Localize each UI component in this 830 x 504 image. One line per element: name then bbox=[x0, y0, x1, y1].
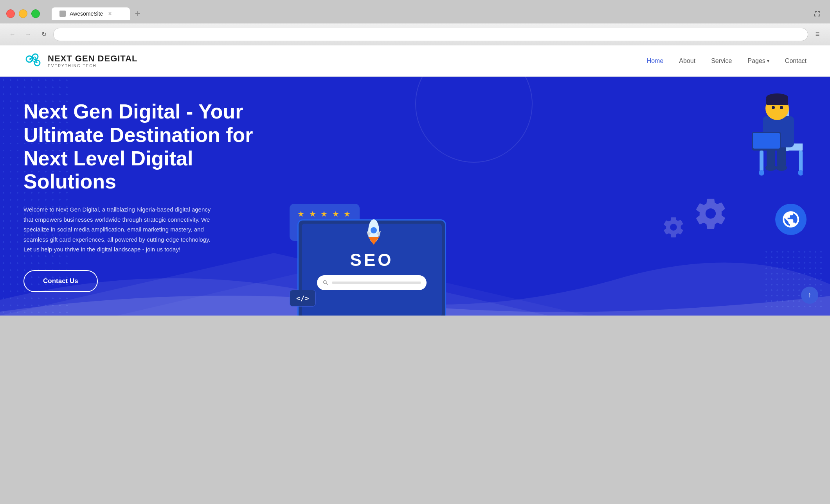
svg-rect-15 bbox=[760, 151, 763, 172]
minimize-button[interactable] bbox=[19, 9, 27, 18]
svg-point-9 bbox=[371, 227, 377, 233]
logo-tagline: EVERYTHING TECH bbox=[48, 64, 138, 68]
hero-description: Welcome to Next Gen Digital, a trailblaz… bbox=[23, 204, 219, 255]
site-navigation: NEXT GEN DEGITAL EVERYTHING TECH Home Ab… bbox=[0, 45, 830, 77]
tab-bar: AwesomeSite ✕ bbox=[52, 7, 811, 20]
code-label: </> bbox=[296, 294, 309, 302]
maximize-button[interactable] bbox=[31, 9, 40, 18]
tab-favicon bbox=[59, 11, 66, 17]
nav-link-home[interactable]: Home bbox=[647, 57, 664, 65]
browser-chrome: AwesomeSite ✕ ← → ↻ ≡ bbox=[0, 0, 830, 316]
new-tab-button[interactable] bbox=[131, 7, 144, 20]
logo-icon bbox=[23, 51, 43, 71]
browser-menu-button[interactable]: ≡ bbox=[811, 28, 824, 41]
pages-dropdown-arrow: ▾ bbox=[767, 58, 769, 64]
svg-rect-26 bbox=[766, 97, 788, 105]
svg-marker-10 bbox=[368, 237, 379, 245]
traffic-lights bbox=[6, 9, 40, 18]
logo-name: NEXT GEN DEGITAL bbox=[48, 54, 138, 64]
star-rating: ★ ★ ★ ★ ★ bbox=[297, 209, 352, 219]
nav-link-pages[interactable]: Pages ▾ bbox=[747, 57, 769, 65]
svg-rect-16 bbox=[799, 151, 803, 172]
svg-point-21 bbox=[765, 165, 776, 171]
nav-link-about[interactable]: About bbox=[679, 57, 695, 65]
code-tag-card: </> bbox=[290, 290, 316, 307]
site-logo[interactable]: NEXT GEN DEGITAL EVERYTHING TECH bbox=[23, 51, 138, 71]
search-bar-mock bbox=[317, 275, 427, 290]
hero-title: Next Gen Digital - Your Ultimate Destina… bbox=[23, 100, 258, 194]
rocket-icon bbox=[364, 215, 383, 256]
tab-title: AwesomeSite bbox=[70, 11, 103, 17]
hero-content: Next Gen Digital - Your Ultimate Destina… bbox=[23, 100, 258, 292]
hero-section: Next Gen Digital - Your Ultimate Destina… bbox=[0, 77, 830, 316]
person-illustration bbox=[732, 77, 803, 180]
title-bar: AwesomeSite ✕ bbox=[0, 0, 830, 23]
tab-close-button[interactable]: ✕ bbox=[107, 11, 113, 17]
svg-point-27 bbox=[772, 106, 775, 109]
refresh-button[interactable]: ↻ bbox=[38, 28, 50, 41]
site-nav-links: Home About Service Pages ▾ Contact bbox=[647, 57, 807, 65]
hero-cta-button[interactable]: Contact Us bbox=[23, 270, 98, 292]
scroll-to-top-button[interactable]: ↑ bbox=[801, 287, 818, 304]
gear-small-icon bbox=[662, 215, 685, 240]
address-bar[interactable] bbox=[53, 28, 808, 41]
svg-rect-30 bbox=[753, 133, 780, 149]
back-button[interactable]: ← bbox=[6, 28, 19, 41]
nav-bar: ← → ↻ ≡ bbox=[0, 23, 830, 45]
expand-button[interactable] bbox=[811, 7, 824, 20]
forward-button[interactable]: → bbox=[22, 28, 34, 41]
active-tab[interactable]: AwesomeSite ✕ bbox=[52, 7, 130, 20]
close-button[interactable] bbox=[6, 9, 15, 18]
svg-point-17 bbox=[759, 170, 764, 176]
logo-text-block: NEXT GEN DEGITAL EVERYTHING TECH bbox=[48, 54, 138, 68]
website-content: NEXT GEN DEGITAL EVERYTHING TECH Home Ab… bbox=[0, 45, 830, 316]
globe-icon bbox=[775, 204, 807, 235]
gear-large-icon bbox=[693, 196, 728, 233]
nav-link-service[interactable]: Service bbox=[711, 57, 732, 65]
hero-bg-circle bbox=[415, 77, 533, 163]
svg-point-22 bbox=[776, 165, 787, 171]
nav-link-contact[interactable]: Contact bbox=[785, 57, 807, 65]
svg-point-28 bbox=[780, 106, 783, 109]
search-line bbox=[332, 282, 421, 284]
svg-point-18 bbox=[798, 170, 803, 176]
